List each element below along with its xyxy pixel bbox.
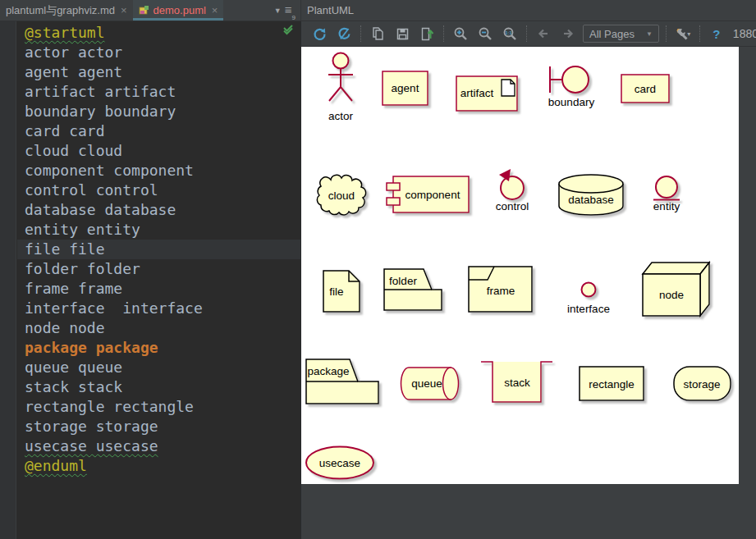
- code-line[interactable]: storage storage: [17, 417, 300, 436]
- svg-text:stack: stack: [504, 377, 530, 389]
- hidden-tabs-count: 9: [292, 14, 296, 21]
- forward-icon[interactable]: [558, 25, 578, 43]
- shape-actor: actor: [328, 53, 354, 123]
- svg-text:component: component: [405, 189, 460, 201]
- code-line[interactable]: package package: [17, 338, 300, 358]
- reload-icon[interactable]: [334, 25, 354, 43]
- svg-text:node: node: [659, 289, 684, 301]
- preview-content: actor agent artifact: [301, 47, 756, 539]
- uml-diagram: actor agent artifact: [301, 47, 739, 484]
- code-line[interactable]: rectangle rectangle: [17, 397, 300, 417]
- status-number: 1880: [733, 27, 756, 40]
- tab-demo-puml[interactable]: demo.puml ×: [133, 0, 224, 21]
- editor-tab-strip: plantuml与graphviz.md × demo.puml × ▼ ≡9: [0, 0, 300, 21]
- svg-text:database: database: [568, 194, 614, 206]
- code-line[interactable]: card card: [17, 121, 300, 141]
- code-line[interactable]: agent agent: [17, 62, 300, 82]
- toolbar-separator: [699, 25, 700, 42]
- shape-control: control: [496, 169, 529, 212]
- svg-text:interface: interface: [567, 303, 610, 315]
- code-line[interactable]: database database: [17, 200, 300, 220]
- zoom-actual-icon[interactable]: 1:1: [500, 25, 520, 43]
- code-line[interactable]: folder folder: [17, 259, 300, 279]
- shape-interface: interface: [567, 283, 610, 316]
- svg-text:1:1: 1:1: [505, 30, 511, 34]
- tab-label: plantuml与graphviz.md: [6, 3, 115, 18]
- shape-component: component: [387, 176, 469, 212]
- toolbar-separator: [360, 25, 361, 42]
- chevron-down-icon: ▾: [687, 30, 690, 38]
- svg-text:file: file: [329, 285, 343, 298]
- shape-database: database: [559, 175, 623, 215]
- zoom-out-icon[interactable]: [475, 25, 495, 43]
- editor-gutter: [0, 21, 16, 539]
- code-editor[interactable]: @startuml actor actor agent agent artifa…: [0, 21, 300, 539]
- shape-agent: agent: [383, 71, 428, 105]
- tab-label: demo.puml: [153, 4, 206, 16]
- plantuml-preview-panel: 1:1 All Pages ▼ ▾ ?: [300, 21, 756, 539]
- panel-title: PlantUML: [307, 4, 354, 16]
- svg-text:usecase: usecase: [319, 457, 360, 469]
- hidden-tabs-list-icon[interactable]: ≡9: [285, 2, 296, 19]
- code-line[interactable]: interface interface: [17, 299, 300, 318]
- tab-plantuml-graphviz-md[interactable]: plantuml与graphviz.md ×: [0, 0, 133, 21]
- svg-text:package: package: [307, 365, 349, 377]
- top-bar: plantuml与graphviz.md × demo.puml × ▼ ≡9 …: [0, 0, 756, 21]
- tab-dropdown-icon[interactable]: ▼: [274, 7, 282, 15]
- toolbar-separator: [666, 25, 667, 42]
- svg-text:rectangle: rectangle: [589, 378, 635, 391]
- svg-text:cloud: cloud: [328, 190, 355, 202]
- shape-stack: stack: [481, 362, 552, 402]
- svg-text:folder: folder: [389, 275, 417, 287]
- svg-text:actor: actor: [328, 110, 354, 122]
- shape-cloud: cloud: [317, 175, 365, 215]
- close-icon[interactable]: ×: [212, 4, 218, 16]
- code-line[interactable]: entity entity: [17, 220, 300, 240]
- code-line[interactable]: cloud cloud: [17, 141, 300, 161]
- code-line[interactable]: control control: [17, 180, 300, 200]
- code-line-current[interactable]: file file: [17, 240, 300, 259]
- settings-wrench-icon[interactable]: ▾: [673, 25, 693, 43]
- diagram-canvas[interactable]: actor agent artifact: [301, 47, 739, 484]
- svg-text:control: control: [496, 200, 529, 212]
- code-line[interactable]: stack stack: [17, 377, 300, 397]
- shape-entity: entity: [653, 176, 680, 212]
- zoom-in-icon[interactable]: [451, 25, 470, 43]
- svg-text:card: card: [635, 83, 656, 95]
- toolbar-separator: [526, 25, 527, 42]
- plantuml-panel-header: PlantUML: [300, 0, 756, 21]
- shape-file: file: [323, 271, 360, 312]
- code-line[interactable]: actor actor: [17, 43, 300, 62]
- svg-text:artifact: artifact: [460, 87, 494, 99]
- shape-queue: queue: [401, 368, 459, 400]
- code-line[interactable]: component component: [17, 161, 300, 180]
- shape-artifact: artifact: [456, 76, 517, 111]
- shape-storage: storage: [674, 367, 731, 400]
- preview-toolbar: 1:1 All Pages ▼ ▾ ?: [301, 21, 756, 47]
- pages-selector-value: All Pages: [589, 28, 635, 40]
- code-line[interactable]: @startuml: [17, 23, 300, 43]
- code-line[interactable]: frame frame: [17, 279, 300, 299]
- pages-selector[interactable]: All Pages ▼: [583, 25, 659, 43]
- code-line[interactable]: node node: [17, 318, 300, 338]
- shape-node: node: [643, 263, 709, 316]
- close-icon[interactable]: ×: [121, 4, 127, 16]
- code-line[interactable]: boundary boundary: [17, 102, 300, 121]
- back-icon[interactable]: [534, 25, 553, 43]
- refresh-icon[interactable]: [309, 25, 329, 43]
- svg-text:queue: queue: [411, 377, 442, 390]
- copy-icon[interactable]: [368, 25, 387, 43]
- export-icon[interactable]: [417, 25, 437, 43]
- code-line[interactable]: artifact artifact: [17, 82, 300, 102]
- shape-card: card: [621, 75, 669, 103]
- code-line[interactable]: @enduml: [17, 456, 300, 476]
- code-area[interactable]: @startuml actor actor agent agent artifa…: [17, 23, 300, 476]
- code-line[interactable]: usecase usecase: [17, 436, 300, 456]
- svg-text:agent: agent: [392, 82, 419, 94]
- save-icon[interactable]: [392, 25, 412, 43]
- shape-frame: frame: [469, 267, 532, 312]
- code-line[interactable]: queue queue: [17, 358, 300, 377]
- svg-text:frame: frame: [487, 285, 515, 297]
- help-icon[interactable]: ?: [707, 25, 726, 43]
- puml-file-icon: [139, 5, 149, 16]
